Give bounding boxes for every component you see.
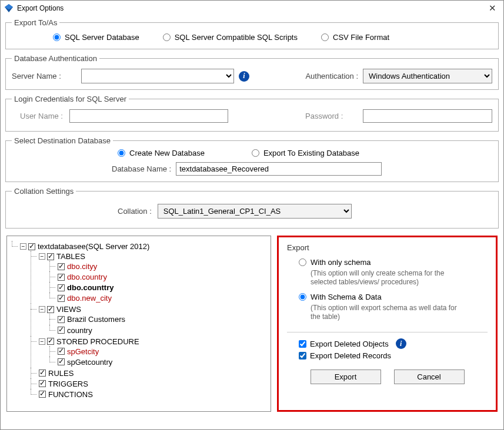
tree-checkbox[interactable] [58,284,65,291]
radio-csv[interactable]: CSV File Format [321,33,389,42]
tree-item[interactable]: dbo.cityy [49,261,267,271]
database-name-input[interactable] [176,162,382,176]
export-options-dialog: Export Options ✕ Export To/As SQL Server… [0,0,504,430]
schema-data-note: (This option will export schema as well … [287,303,458,327]
tree-item[interactable]: spGetcity [49,346,267,357]
close-button[interactable]: ✕ [485,3,500,14]
tree-item[interactable]: dbo.new_city [49,293,267,303]
radio-create-new-db[interactable]: Create New Database [118,149,205,157]
collapse-icon[interactable]: − [39,253,45,260]
sp-item-label: spGetcity [67,347,99,356]
info-icon[interactable]: i [396,338,406,349]
db-auth-group: Database Authentication Server Name : i … [5,54,499,90]
tree-checkbox[interactable] [47,253,54,260]
tree-stored-procedures[interactable]: −STORED PROCEDURE spGetcity spGetcountry [31,336,267,368]
titlebar: Export Options ✕ [1,1,503,16]
collation-group: Collation Settings Collation : SQL_Latin… [5,187,499,229]
radio-existing-db-input[interactable] [252,149,259,157]
collapse-icon[interactable]: − [39,306,45,313]
info-icon[interactable]: i [239,71,249,82]
tree-item[interactable]: country [49,325,267,335]
tree-checkbox[interactable] [58,316,65,323]
object-tree[interactable]: −textdatabasee(SQL Server 2012) −TABLES … [6,236,271,412]
table-label: dbo.counttry [67,283,114,292]
tables-label: TABLES [56,252,85,261]
table-label: dbo.new_city [67,294,112,303]
tree-checkbox[interactable] [58,348,65,355]
rules-label: RULES [48,369,74,378]
tree-checkbox[interactable] [58,263,65,270]
schema-only-note: (This option will only create schema for… [287,268,458,293]
tree-checkbox[interactable] [58,327,65,334]
tree-tables[interactable]: −TABLES dbo.cityy dbo.country dbo.countt… [31,251,267,304]
tree-rules[interactable]: RULES [31,368,267,378]
tree-checkbox[interactable] [39,391,46,398]
tree-checkbox[interactable] [39,369,46,377]
radio-csv-label: CSV File Format [333,33,389,42]
tree-root[interactable]: −textdatabasee(SQL Server 2012) −TABLES … [12,241,267,400]
view-label: country [67,326,92,335]
username-input[interactable] [69,109,228,123]
radio-sql-database[interactable]: SQL Server Database [53,33,139,42]
chk-export-deleted-records-label: Export Deleted Records [310,351,391,360]
collation-label: Collation : [118,207,152,216]
radio-sql-scripts-input[interactable] [163,33,171,41]
collation-select[interactable]: SQL_Latin1_General_CP1_CI_AS [158,204,352,219]
tree-checkbox[interactable] [58,358,65,365]
chk-export-deleted-records[interactable] [299,352,306,360]
functions-label: FUNCTIONS [48,390,93,399]
tree-functions[interactable]: FUNCTIONS [31,389,267,399]
tree-checkbox[interactable] [47,306,54,313]
chk-export-deleted-objects-label: Export Deleted Objects [310,340,389,348]
radio-sql-database-input[interactable] [53,33,61,41]
triggers-label: TRIGGERS [48,379,88,388]
tree-views[interactable]: −VIEWS Brazil Customers country [31,304,267,335]
radio-schema-only-input[interactable] [299,258,306,266]
database-name-label: Database Name : [112,164,171,173]
authentication-select[interactable]: Windows Authentication [363,69,492,83]
radio-schema-only-label: With only schema [311,258,371,267]
tree-checkbox[interactable] [28,243,35,250]
tree-checkbox[interactable] [58,274,65,281]
db-auth-legend: Database Authentication [12,54,99,63]
chk-export-deleted-objects[interactable] [299,340,306,348]
radio-create-new-db-input[interactable] [118,149,125,157]
tree-checkbox[interactable] [39,380,46,387]
radio-existing-db[interactable]: Export To Existing Database [252,149,359,157]
tree-item[interactable]: dbo.country [49,271,267,282]
export-options-panel: Export With only schema (This option wil… [277,236,498,412]
export-button[interactable]: Export [311,369,381,384]
server-name-label: Server Name : [12,72,76,80]
radio-schema-data-input[interactable] [299,293,306,301]
password-input[interactable] [363,109,492,123]
tree-checkbox[interactable] [58,295,65,302]
radio-sql-scripts[interactable]: SQL Server Compatible SQL Scripts [163,33,298,42]
collapse-icon[interactable]: − [39,338,45,345]
export-to-as-group: Export To/As SQL Server Database SQL Ser… [5,18,499,49]
radio-schema-data-label: With Schema & Data [311,293,382,301]
server-name-select[interactable] [81,69,234,83]
tree-item[interactable]: spGetcountry [49,357,267,367]
tree-item[interactable]: dbo.counttry [49,282,267,293]
radio-sql-database-label: SQL Server Database [65,33,139,42]
export-panel-legend: Export [287,243,488,252]
login-credentials-group: Login Credentials for SQL Server User Na… [5,95,499,132]
collapse-icon[interactable]: − [20,243,26,250]
tree-triggers[interactable]: TRIGGERS [31,378,267,389]
view-label: Brazil Customers [67,315,125,324]
radio-existing-db-label: Export To Existing Database [263,149,359,157]
sp-label: STORED PROCEDURE [56,337,139,346]
tree-checkbox[interactable] [47,338,54,345]
views-label: VIEWS [56,305,81,314]
radio-csv-input[interactable] [321,33,329,41]
password-label: Password : [305,112,358,120]
radio-sql-scripts-label: SQL Server Compatible SQL Scripts [175,33,298,42]
radio-schema-data[interactable]: With Schema & Data [287,293,382,301]
radio-schema-only[interactable]: With only schema [287,258,371,267]
cancel-button[interactable]: Cancel [394,369,465,384]
collation-legend: Collation Settings [12,187,76,196]
tree-item[interactable]: Brazil Customers [49,314,267,324]
table-label: dbo.cityy [67,262,97,271]
tree-root-label: textdatabasee(SQL Server 2012) [38,242,149,251]
authentication-label: Authentication : [305,72,358,80]
